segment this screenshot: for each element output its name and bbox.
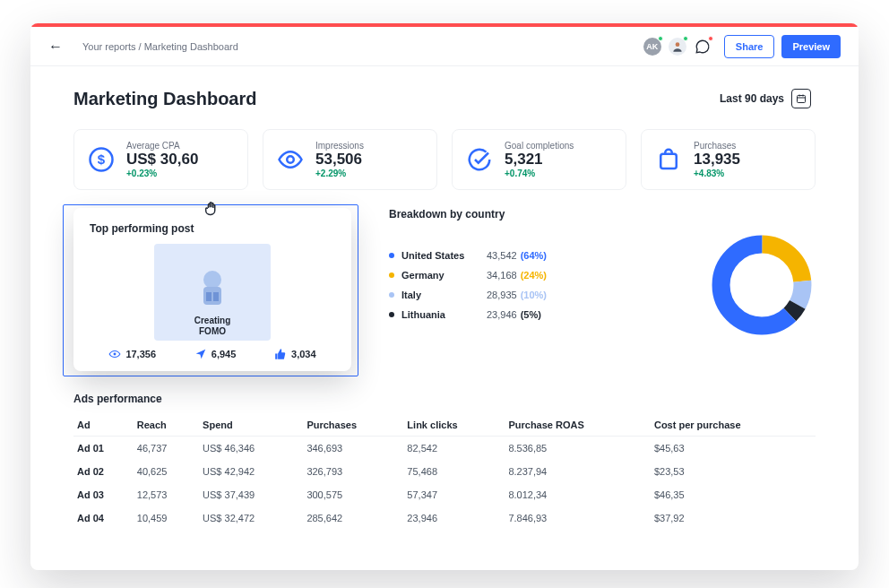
kpi-card-purchases[interactable]: Purchases 13,935 +4.83% <box>641 129 816 190</box>
table-cell: 346,693 <box>303 437 403 461</box>
country-name: Italy <box>401 290 487 300</box>
date-range-picker[interactable]: Last 90 days <box>710 82 816 115</box>
country-pct: (24%) <box>521 270 547 281</box>
illustration-icon <box>181 260 244 316</box>
table-cell: Ad 01 <box>73 437 134 461</box>
country-name: Germany <box>401 270 487 281</box>
kpi-label: Purchases <box>694 141 740 151</box>
kpi-value: 13,935 <box>694 151 740 169</box>
table-cell: 12,573 <box>134 483 199 506</box>
table-header-cell: Purchase ROAS <box>505 414 651 437</box>
table-cell: 285,642 <box>303 506 403 530</box>
svg-rect-1 <box>798 96 806 103</box>
table-cell: 46,737 <box>134 437 199 461</box>
table-cell: 8.237,94 <box>505 460 651 483</box>
eye-icon <box>276 145 305 174</box>
legend-dot-icon <box>389 312 394 317</box>
country-value: 23,946 <box>487 309 517 320</box>
kpi-value: US$ 30,60 <box>126 151 198 169</box>
table-cell: 10,459 <box>134 506 199 530</box>
eye-icon <box>108 348 121 360</box>
table-header-cell: Ad <box>73 414 134 437</box>
table-cell: Ad 02 <box>73 460 134 483</box>
svg-rect-8 <box>206 292 211 301</box>
kpi-delta: +0.74% <box>505 169 574 178</box>
country-pct: (5%) <box>521 309 541 320</box>
table-cell: 40,625 <box>134 460 199 483</box>
kpi-value: 53,506 <box>315 151 364 169</box>
table-cell: US$ 37,439 <box>199 483 303 506</box>
top-post-heading: Top performing post <box>90 222 335 235</box>
table-header-cell: Reach <box>134 414 199 437</box>
table-cell: $46,35 <box>651 483 816 506</box>
svg-rect-5 <box>660 154 677 169</box>
grab-cursor-icon <box>203 199 222 219</box>
table-cell: Ad 04 <box>73 506 134 530</box>
kpi-label: Average CPA <box>126 141 198 151</box>
presence-dot <box>683 36 688 41</box>
country-pct: (10%) <box>521 290 547 300</box>
kpi-card-impressions[interactable]: Impressions 53,506 +2.29% <box>263 129 437 190</box>
ads-table: AdReachSpendPurchasesLink clicksPurchase… <box>73 414 816 530</box>
kpi-card-cpa[interactable]: $ Average CPA US$ 30,60 +0.23% <box>73 129 248 190</box>
notification-dot <box>708 36 713 41</box>
dollar-icon: $ <box>87 145 116 174</box>
post-shares: 6,945 <box>211 349 237 359</box>
country-row: Lithuania 23,946 (5%) <box>389 305 708 324</box>
kpi-card-goals[interactable]: Goal completions 5,321 +0.74% <box>452 129 626 190</box>
send-icon <box>194 348 207 360</box>
table-row[interactable]: Ad 0146,737US$ 46,346346,69382,5428.536,… <box>73 437 816 461</box>
svg-text:$: $ <box>98 151 106 167</box>
kpi-label: Goal completions <box>505 141 574 151</box>
country-row: Italy 28,935 (10%) <box>389 285 708 305</box>
table-cell: 82,542 <box>403 437 505 461</box>
top-post-card[interactable]: Top performing post Creating FOMO <box>73 208 351 371</box>
legend-dot-icon <box>389 272 394 278</box>
svg-point-6 <box>203 271 221 289</box>
country-name: United States <box>401 250 487 261</box>
check-circle-icon <box>465 145 494 174</box>
post-likes: 3,034 <box>291 349 316 359</box>
avatar[interactable]: AK <box>643 38 661 56</box>
country-name: Lithuania <box>401 309 487 320</box>
table-cell: US$ 46,346 <box>199 437 303 461</box>
post-stats: 17,356 6,945 3,034 <box>90 348 335 360</box>
table-cell: 57,347 <box>403 483 505 506</box>
table-cell: US$ 32,472 <box>199 506 303 530</box>
breadcrumb[interactable]: Your reports / Marketing Dashboard <box>82 41 238 52</box>
kpi-delta: +4.83% <box>694 169 740 178</box>
svg-point-10 <box>114 353 117 356</box>
preview-button[interactable]: Preview <box>781 35 841 58</box>
avatar[interactable] <box>669 38 686 56</box>
table-row[interactable]: Ad 0240,625US$ 42,942326,79375,4688.237,… <box>73 460 816 483</box>
table-cell: Ad 03 <box>73 483 134 506</box>
post-views: 17,356 <box>125 349 156 359</box>
back-button[interactable]: ← <box>48 39 63 55</box>
country-pct: (64%) <box>521 250 547 261</box>
table-row[interactable]: Ad 0312,573US$ 37,439300,57557,3478.012,… <box>73 483 816 506</box>
table-cell: 23,946 <box>403 506 505 530</box>
table-row[interactable]: Ad 0410,459US$ 32,472285,64223,9467.846,… <box>73 506 816 530</box>
table-cell: 7.846,93 <box>505 506 651 530</box>
ads-section: Ads performance AdReachSpendPurchasesLin… <box>73 393 816 530</box>
table-cell: $45,63 <box>651 437 816 461</box>
user-icon <box>671 40 684 53</box>
avatar-initials: AK <box>646 42 658 51</box>
country-list: United States 43,542 (64%) Germany 34,16… <box>389 246 708 324</box>
ads-heading: Ads performance <box>73 393 816 405</box>
thumb-title-line2: FOMO <box>199 326 226 336</box>
kpi-delta: +0.23% <box>126 169 198 178</box>
thumbs-up-icon <box>274 348 287 360</box>
share-button[interactable]: Share <box>724 35 775 58</box>
presence-avatars: AK <box>643 38 712 56</box>
svg-point-0 <box>675 42 679 47</box>
table-cell: 8.012,34 <box>505 483 651 506</box>
table-cell: 326,793 <box>303 460 403 483</box>
table-header-row: AdReachSpendPurchasesLink clicksPurchase… <box>73 414 816 437</box>
kpi-row: $ Average CPA US$ 30,60 +0.23% Impressio… <box>73 129 816 190</box>
app-window: ← Your reports / Marketing Dashboard AK … <box>30 23 859 570</box>
page-title: Marketing Dashboard <box>73 89 256 109</box>
table-cell: $23,53 <box>651 460 816 483</box>
comments-button[interactable] <box>694 38 712 56</box>
country-value: 43,542 <box>487 250 517 261</box>
